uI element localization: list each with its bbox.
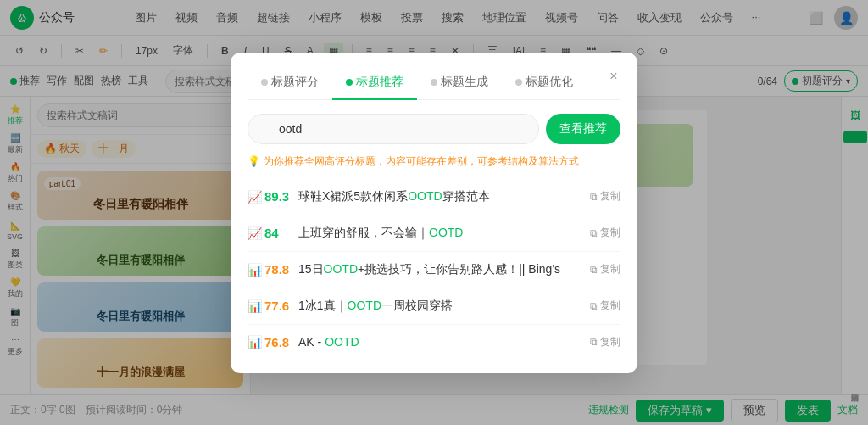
- tab-recommend-label: 标题推荐: [356, 75, 403, 90]
- tab-score-label: 标题评分: [271, 75, 319, 90]
- hint-text: 为你推荐全网高评分标题，内容可能存在差别，可参考结构及算法方式: [264, 154, 579, 169]
- up-icon-1: 📈: [248, 190, 262, 204]
- up-icon-3: 📊: [248, 263, 262, 277]
- copy-icon-3: ⧉: [590, 264, 598, 276]
- modal-tabs: 标题评分 标题推荐 标题生成 标题优化: [248, 66, 620, 100]
- copy-btn-4[interactable]: ⧉ 复制: [590, 299, 620, 313]
- result-title-1: 球鞋X裙派5款休闲系OOTD穿搭范本: [298, 189, 581, 204]
- tab-optimize-dot: [515, 79, 522, 86]
- modal-search-wrap: 🔍: [248, 114, 539, 144]
- up-icon-5: 📊: [248, 335, 262, 349]
- tab-title-optimize[interactable]: 标题优化: [502, 66, 587, 100]
- score-badge-5: 📊 76.8: [248, 335, 290, 350]
- copy-label-4: 复制: [600, 299, 620, 313]
- copy-btn-2[interactable]: ⧉ 复制: [590, 226, 620, 240]
- copy-label-5: 复制: [600, 335, 620, 350]
- score-num-4: 77.6: [264, 299, 289, 313]
- copy-icon-2: ⧉: [590, 227, 598, 239]
- copy-label-3: 复制: [600, 262, 620, 277]
- tab-recommend-dot: [346, 79, 353, 86]
- copy-label-1: 复制: [600, 189, 620, 204]
- result-title-3: 15日OOTD+挑选技巧，让你告别路人感！|| Bing's: [298, 262, 581, 277]
- score-badge-2: 📈 84: [248, 226, 290, 240]
- copy-label-2: 复制: [600, 226, 620, 240]
- modal-overlay: 标题评分 标题推荐 标题生成 标题优化 ×: [0, 0, 868, 425]
- modal-search-input[interactable]: [248, 114, 539, 144]
- result-item-4[interactable]: 📊 77.6 1冰1真｜OOTD一周校园穿搭 ⧉ 复制: [248, 288, 620, 325]
- score-badge-3: 📊 78.8: [248, 262, 290, 277]
- modal-body: 🔍 查看推荐 💡 为你推荐全网高评分标题，内容可能存在差别，可参考结构及算法方式…: [231, 100, 637, 373]
- modal-search-row: 🔍 查看推荐: [248, 114, 620, 144]
- result-title-4: 1冰1真｜OOTD一周校园穿搭: [298, 299, 581, 314]
- score-num-1: 89.3: [264, 189, 289, 204]
- copy-icon-5: ⧉: [590, 336, 598, 348]
- modal-hint: 💡 为你推荐全网高评分标题，内容可能存在差别，可参考结构及算法方式: [248, 154, 620, 169]
- result-title-5: AK - OOTD: [298, 335, 581, 349]
- copy-btn-1[interactable]: ⧉ 复制: [590, 189, 620, 204]
- result-list: 📈 89.3 球鞋X裙派5款休闲系OOTD穿搭范本 ⧉ 复制 📈 84: [248, 179, 620, 360]
- modal-header: 标题评分 标题推荐 标题生成 标题优化 ×: [231, 53, 637, 100]
- copy-btn-5[interactable]: ⧉ 复制: [590, 335, 620, 350]
- hint-icon: 💡: [248, 155, 260, 167]
- title-recommend-modal: 标题评分 标题推荐 标题生成 标题优化 ×: [231, 53, 637, 373]
- tab-title-recommend[interactable]: 标题推荐: [332, 66, 417, 100]
- tab-title-score[interactable]: 标题评分: [248, 66, 332, 100]
- score-num-3: 78.8: [264, 262, 289, 277]
- result-item-5[interactable]: 📊 76.8 AK - OOTD ⧉ 复制: [248, 325, 620, 360]
- tab-title-generate[interactable]: 标题生成: [417, 66, 502, 100]
- copy-icon-1: ⧉: [590, 191, 598, 203]
- score-num-5: 76.8: [264, 335, 289, 350]
- modal-close-btn[interactable]: ×: [604, 66, 624, 87]
- copy-icon-4: ⧉: [590, 300, 598, 312]
- tab-optimize-label: 标题优化: [526, 75, 573, 90]
- view-recommend-btn[interactable]: 查看推荐: [546, 114, 620, 144]
- tab-score-dot: [261, 79, 268, 86]
- tab-generate-label: 标题生成: [441, 75, 488, 90]
- result-item-3[interactable]: 📊 78.8 15日OOTD+挑选技巧，让你告别路人感！|| Bing's ⧉ …: [248, 252, 620, 288]
- result-title-2: 上班穿的舒服，不会输｜OOTD: [298, 226, 581, 241]
- tab-generate-dot: [431, 79, 437, 86]
- result-item-1[interactable]: 📈 89.3 球鞋X裙派5款休闲系OOTD穿搭范本 ⧉ 复制: [248, 179, 620, 215]
- up-icon-4: 📊: [248, 299, 262, 313]
- up-icon-2: 📈: [248, 226, 262, 240]
- score-badge-4: 📊 77.6: [248, 299, 290, 313]
- score-num-2: 84: [264, 226, 279, 240]
- copy-btn-3[interactable]: ⧉ 复制: [590, 262, 620, 277]
- score-badge-1: 📈 89.3: [248, 189, 290, 204]
- result-item-2[interactable]: 📈 84 上班穿的舒服，不会输｜OOTD ⧉ 复制: [248, 215, 620, 252]
